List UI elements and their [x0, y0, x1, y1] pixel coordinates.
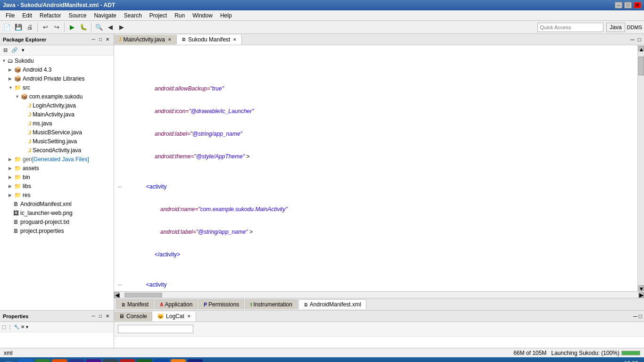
taskbar-icon-11[interactable]: 🤖 — [188, 359, 203, 362]
bottom-tab-manifest[interactable]: 🗎 Manifest — [116, 299, 154, 309]
save-button[interactable]: 💾 — [13, 22, 24, 33]
tree-item-mainactivity[interactable]: J MainActivity.java — [0, 110, 114, 119]
tree-item-res[interactable]: ▶ 📁 res — [0, 191, 114, 200]
tree-item-proguard[interactable]: 🗎 proguard-project.txt — [0, 218, 114, 227]
tab-mainactivity[interactable]: J MainActivity.java ✕ — [114, 35, 177, 44]
undo-button[interactable]: ↩ — [40, 22, 50, 33]
menu-search[interactable]: Search — [120, 11, 146, 20]
taskbar-icon-7[interactable]: ▶ — [120, 359, 135, 362]
tab-manifest-close[interactable]: ✕ — [233, 37, 237, 42]
taskbar-icon-4[interactable]: K — [69, 359, 84, 362]
debug-button[interactable]: 🐛 — [78, 22, 89, 33]
properties-toolbar-btn5[interactable]: ▾ — [26, 324, 28, 329]
menu-help[interactable]: Help — [216, 11, 236, 20]
bottom-tab-instrumentation[interactable]: I Instrumentation — [245, 299, 297, 309]
console-filter-input[interactable] — [118, 325, 193, 333]
taskbar-icon-6[interactable]: 📄 — [103, 359, 118, 362]
tab-console[interactable]: 🖥 Console — [114, 312, 152, 321]
tree-item-bin[interactable]: ▶ 📁 bin — [0, 173, 114, 182]
tab-minimize-btn[interactable]: ─ — [629, 35, 636, 44]
tree-item-musicsetting[interactable]: J MusicSetting.java — [0, 137, 114, 146]
taskbar-icon-8[interactable]: 📋 — [137, 359, 152, 362]
tree-item-androidmanifest[interactable]: 🗎 AndroidManifest.xml — [0, 200, 114, 209]
forward-button[interactable]: ▶ — [116, 22, 127, 33]
bottom-tab-xml[interactable]: 🗎 AndroidManifest.xml — [298, 299, 366, 309]
collapse-btn[interactable]: ─ — [118, 281, 122, 288]
vertical-scrollbar[interactable]: ▲ ▼ — [637, 45, 644, 291]
expand-icon-gen[interactable]: ▶ — [8, 156, 13, 164]
bottom-tab-permissions[interactable]: P Permissions — [198, 299, 244, 309]
properties-toolbar-btn4[interactable]: ✕ — [21, 324, 25, 329]
back-button[interactable]: ◀ — [105, 22, 116, 33]
taskbar-icon-9[interactable]: W — [154, 359, 169, 362]
tree-item-private-libs[interactable]: ▶ 📦 Android Private Libraries — [0, 74, 114, 83]
tree-item-secondactivity[interactable]: J SecondActivity.java — [0, 146, 114, 155]
menu-run[interactable]: Run — [171, 11, 189, 20]
expand-icon-private-libs[interactable]: ▶ — [8, 75, 13, 83]
menu-window[interactable]: Window — [189, 11, 216, 20]
collapse-all-btn[interactable]: ⊟ — [2, 47, 9, 54]
menu-navigate[interactable]: Navigate — [90, 11, 120, 20]
expand-icon-package[interactable]: ▼ — [15, 93, 20, 101]
menu-source[interactable]: Source — [65, 11, 90, 20]
h-scroll-thumb[interactable] — [124, 293, 162, 297]
tree-item-projectprops[interactable]: 🗎 project.properties — [0, 227, 114, 236]
tab-logcat[interactable]: 🐱 LogCat ✕ — [152, 312, 196, 321]
console-minimize[interactable]: ─ — [633, 313, 637, 320]
maximize-button[interactable]: □ — [624, 2, 632, 8]
taskbar-icon-2[interactable]: 🎵 — [35, 359, 50, 362]
collapse-btn[interactable]: ─ — [118, 183, 122, 190]
properties-close[interactable]: ✕ — [104, 313, 111, 319]
properties-maximize[interactable]: □ — [98, 313, 103, 319]
expand-icon-android43[interactable]: ▶ — [8, 66, 13, 74]
redo-button[interactable]: ↪ — [51, 22, 62, 33]
expand-icon-src[interactable]: ▼ — [8, 84, 13, 92]
tree-item-iclauncher[interactable]: 🖼 ic_launcher-web.png — [0, 209, 114, 218]
new-button[interactable]: 📄 — [2, 22, 12, 33]
properties-toolbar-btn2[interactable]: ⋮ — [8, 324, 12, 329]
quick-access-input[interactable] — [537, 23, 603, 32]
tab-maximize-btn[interactable]: □ — [637, 35, 642, 44]
taskbar-icon-1[interactable]: ▶ — [18, 359, 33, 362]
tree-item-libs[interactable]: ▶ 📁 libs — [0, 182, 114, 191]
properties-minimize[interactable]: ─ — [91, 313, 97, 319]
tree-item-musicbservice[interactable]: J MusicBService.java — [0, 128, 114, 137]
print-button[interactable]: 🖨 — [25, 22, 35, 33]
taskbar-icon-5[interactable]: 👤 — [86, 359, 101, 362]
search-btn[interactable]: 🔍 — [94, 22, 104, 33]
run-button[interactable]: ▶ — [67, 22, 77, 33]
code-content[interactable]: android:allowBackup="true" android:icon=… — [114, 45, 637, 291]
menu-project[interactable]: Project — [146, 11, 171, 20]
tree-item-android43[interactable]: ▶ 📦 Android 4.3 — [0, 66, 114, 74]
tree-item-ms[interactable]: J ms.java — [0, 119, 114, 128]
tree-item-src[interactable]: ▼ 📁 src — [0, 83, 114, 92]
bottom-tab-application[interactable]: A Application — [155, 299, 198, 309]
panel-maximize-btn[interactable]: □ — [98, 36, 103, 42]
panel-minimize-btn[interactable]: ─ — [91, 36, 97, 42]
panel-close-btn[interactable]: ✕ — [104, 36, 111, 42]
expand-icon-assets[interactable]: ▶ — [8, 165, 13, 173]
menu-refactor[interactable]: Refactor — [36, 11, 65, 20]
tree-item-sukodu[interactable]: ▼ 🗂 Sukodu — [0, 57, 114, 66]
expand-icon-sukodu[interactable]: ▼ — [2, 57, 7, 65]
horizontal-scrollbar[interactable]: ◀ ▶ — [114, 291, 644, 298]
taskbar-icon-10[interactable]: {} — [171, 359, 186, 362]
expand-icon-bin[interactable]: ▶ — [8, 173, 13, 181]
console-maximize[interactable]: □ — [639, 313, 642, 320]
tree-item-package[interactable]: ▼ 📦 com.example.sukodu — [0, 92, 114, 101]
java-perspective-button[interactable]: Java — [606, 23, 625, 32]
menu-edit[interactable]: Edit — [18, 11, 36, 20]
tab-sukodu-manifest[interactable]: 🗎 Sukodu Manifest ✕ — [177, 35, 242, 45]
link-btn[interactable]: 🔗 — [10, 47, 19, 54]
expand-icon-libs[interactable]: ▶ — [8, 182, 13, 190]
properties-toolbar-btn[interactable]: ⬚ — [2, 324, 6, 329]
close-button[interactable]: ✕ — [634, 2, 641, 8]
expand-icon-res[interactable]: ▶ — [8, 191, 13, 199]
tab-mainactivity-close[interactable]: ✕ — [168, 37, 172, 42]
taskbar-icon-3[interactable]: 🌐 — [52, 359, 67, 362]
tree-item-login[interactable]: J LoginActivity.java — [0, 101, 114, 110]
tree-item-gen[interactable]: ▶ 📁 gen [Generated Java Files] — [0, 155, 114, 164]
logcat-close[interactable]: ✕ — [187, 314, 191, 319]
tree-item-assets[interactable]: ▶ 📁 assets — [0, 164, 114, 173]
minimize-button[interactable]: ─ — [615, 2, 622, 8]
